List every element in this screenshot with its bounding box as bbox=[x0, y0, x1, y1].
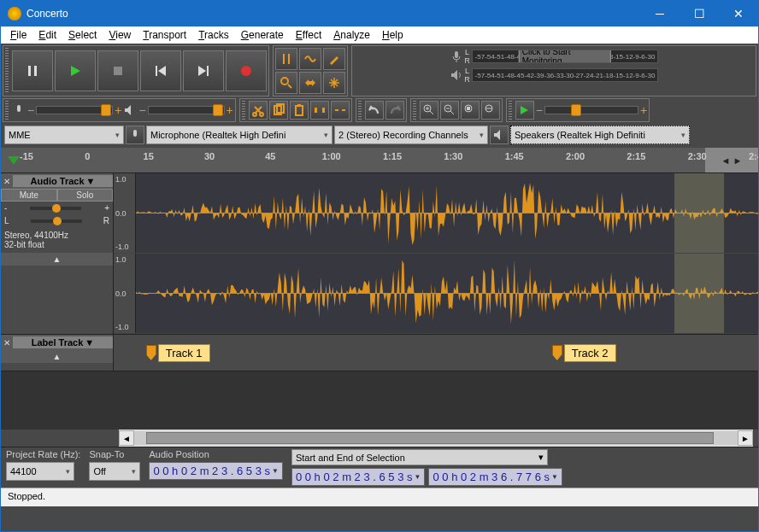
input-device-combo[interactable]: Microphone (Realtek High Defini▾ bbox=[146, 126, 332, 144]
timeline-tick: 2:00 bbox=[566, 151, 585, 161]
selection-mode-combo[interactable]: Start and End of Selection▾ bbox=[291, 449, 548, 465]
cut-button[interactable] bbox=[249, 101, 268, 120]
track-name-dropdown[interactable]: Label Track ▼ bbox=[13, 336, 113, 348]
svg-marker-2 bbox=[71, 66, 80, 76]
record-meter[interactable]: LR -57-54-51-48-45-42-39-36-33-30-27-24-… bbox=[351, 45, 756, 96]
selection-toolbar: Project Rate (Hz): 44100▾ Snap-To Off▾ A… bbox=[1, 447, 758, 488]
menu-generate[interactable]: Generate bbox=[235, 29, 290, 41]
track-collapse-button[interactable]: ▲ bbox=[1, 253, 113, 266]
maximize-button[interactable]: ☐ bbox=[680, 1, 719, 26]
multi-tool[interactable] bbox=[323, 72, 345, 94]
fit-selection-button[interactable] bbox=[461, 101, 480, 120]
track-close-button[interactable]: ✕ bbox=[1, 338, 13, 348]
play-at-speed-button[interactable] bbox=[515, 101, 534, 120]
label-pin-icon[interactable] bbox=[552, 345, 562, 360]
menu-file[interactable]: File bbox=[4, 29, 32, 41]
menu-bar: FileEditSelectViewTransportTracksGenerat… bbox=[1, 26, 758, 44]
label-track-content[interactable]: Track 1Track 2 bbox=[114, 335, 758, 371]
close-button[interactable]: ✕ bbox=[719, 1, 758, 26]
audio-track-waveform[interactable]: 1.00.0-1.0 1.00.0-1.0 bbox=[114, 173, 758, 334]
zoom-out-button[interactable] bbox=[440, 101, 459, 120]
svg-rect-6 bbox=[207, 66, 209, 76]
svg-rect-22 bbox=[297, 104, 301, 107]
monitor-tooltip[interactable]: Click to Start Monitoring bbox=[519, 50, 611, 63]
stop-button[interactable] bbox=[97, 50, 138, 91]
label-text[interactable]: Track 2 bbox=[564, 344, 616, 362]
undo-toolbar bbox=[356, 98, 407, 122]
track-name-dropdown[interactable]: Audio Track ▼ bbox=[13, 175, 113, 187]
timeline-tick: 1:30 bbox=[444, 151, 462, 161]
svg-rect-9 bbox=[283, 54, 285, 64]
output-device-combo[interactable]: Speakers (Realtek High Definiti▾ bbox=[510, 126, 690, 144]
pause-button[interactable] bbox=[12, 50, 53, 91]
selection-start-field[interactable]: 0 0 h 0 2 m 2 3 . 6 5 3 s▼ bbox=[291, 468, 426, 486]
selection-region[interactable] bbox=[674, 173, 724, 253]
timeline-tick: 0 bbox=[85, 151, 90, 161]
skip-end-button[interactable] bbox=[183, 50, 224, 91]
record-button[interactable] bbox=[226, 50, 267, 91]
channels-combo[interactable]: 2 (Stereo) Recording Channels▾ bbox=[334, 126, 488, 144]
svg-marker-5 bbox=[158, 66, 166, 76]
skip-start-button[interactable] bbox=[140, 50, 181, 91]
menu-analyze[interactable]: Analyze bbox=[327, 29, 376, 41]
status-bar: Stopped. bbox=[1, 488, 758, 506]
speaker-icon bbox=[450, 68, 463, 82]
snap-to-combo[interactable]: Off▾ bbox=[89, 462, 140, 481]
svg-marker-38 bbox=[521, 106, 528, 114]
svg-marker-7 bbox=[198, 66, 206, 76]
minimize-button[interactable]: ─ bbox=[640, 1, 680, 26]
timeline-tick: -15 bbox=[20, 151, 33, 161]
project-rate-combo[interactable]: 44100▾ bbox=[6, 462, 74, 481]
menu-help[interactable]: Help bbox=[376, 29, 409, 41]
silence-button[interactable] bbox=[331, 101, 350, 120]
undo-button[interactable] bbox=[365, 101, 384, 120]
play-button[interactable] bbox=[55, 50, 96, 91]
gain-slider[interactable] bbox=[30, 207, 81, 210]
scroll-right-button[interactable]: ► bbox=[738, 430, 753, 446]
play-speed-slider[interactable] bbox=[544, 106, 638, 114]
envelope-tool[interactable] bbox=[299, 48, 321, 70]
menu-edit[interactable]: Edit bbox=[32, 29, 62, 41]
timeshift-tool[interactable] bbox=[299, 72, 321, 94]
audio-position-field[interactable]: 0 0 h 0 2 m 2 3 . 6 5 3 s▼ bbox=[149, 462, 283, 480]
playhead-icon[interactable] bbox=[8, 156, 20, 165]
label-text[interactable]: Track 1 bbox=[158, 344, 210, 362]
svg-rect-15 bbox=[17, 105, 21, 112]
label-marker[interactable]: Track 2 bbox=[552, 344, 616, 362]
pan-slider[interactable] bbox=[31, 219, 82, 223]
svg-point-18 bbox=[260, 113, 263, 116]
zoom-tool[interactable] bbox=[275, 72, 297, 94]
track-close-button[interactable]: ✕ bbox=[1, 177, 13, 186]
trim-button[interactable] bbox=[310, 101, 329, 120]
svg-rect-23 bbox=[315, 108, 317, 113]
svg-rect-26 bbox=[342, 109, 345, 111]
menu-transport[interactable]: Transport bbox=[137, 29, 192, 41]
track-collapse-button[interactable]: ▲ bbox=[1, 350, 113, 363]
label-pin-icon[interactable] bbox=[146, 345, 156, 360]
play-volume-slider[interactable] bbox=[148, 106, 225, 114]
zoom-in-button[interactable] bbox=[420, 101, 438, 120]
mute-button[interactable]: Mute bbox=[1, 189, 57, 202]
paste-button[interactable] bbox=[290, 101, 309, 120]
menu-select[interactable]: Select bbox=[62, 29, 103, 41]
selection-end-field[interactable]: 0 0 h 0 2 m 3 6 . 7 7 6 s▼ bbox=[428, 468, 562, 486]
svg-rect-39 bbox=[133, 130, 137, 137]
draw-tool[interactable] bbox=[323, 48, 345, 70]
solo-button[interactable]: Solo bbox=[57, 189, 114, 202]
fit-project-button[interactable] bbox=[481, 101, 500, 120]
record-volume-slider[interactable] bbox=[36, 106, 113, 114]
svg-rect-25 bbox=[335, 109, 338, 111]
label-marker[interactable]: Track 1 bbox=[146, 344, 210, 362]
timeline-ruler[interactable]: ◄ ► -1501530451:001:151:301:452:002:152:… bbox=[1, 148, 758, 173]
menu-effect[interactable]: Effect bbox=[290, 29, 327, 41]
svg-rect-0 bbox=[28, 66, 31, 76]
selection-tool[interactable] bbox=[275, 48, 297, 70]
redo-button[interactable] bbox=[385, 101, 404, 120]
copy-button[interactable] bbox=[269, 101, 288, 120]
audio-host-combo[interactable]: MME▾ bbox=[4, 126, 124, 144]
scroll-left-button[interactable]: ◄ bbox=[119, 430, 134, 446]
timeline-tick: 1:00 bbox=[322, 151, 341, 161]
horizontal-scrollbar[interactable]: ◄ ► bbox=[119, 430, 753, 447]
menu-tracks[interactable]: Tracks bbox=[192, 29, 235, 41]
menu-view[interactable]: View bbox=[103, 29, 137, 41]
